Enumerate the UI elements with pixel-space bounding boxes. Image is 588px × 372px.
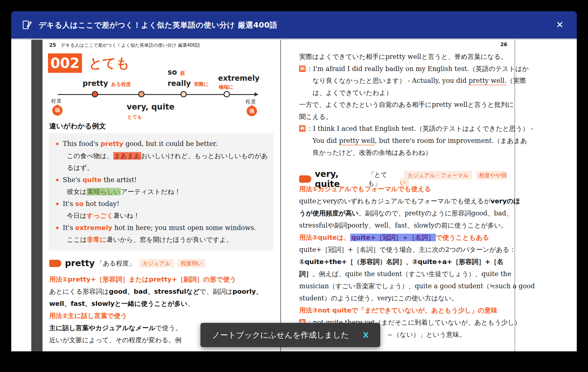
toast-message: ノートブックにふせんを作成しました (212, 330, 349, 340)
word-section-header-pretty: pretty 「ある程度」 カジュアル程度弱い (49, 258, 206, 268)
text-line: この食べ物は、まあまあおいしいけれど、もっとおいしいものがあ (54, 150, 268, 162)
text-line: 今日はすっごく暑いね！ (54, 210, 268, 222)
scale-point-extremely (224, 91, 230, 97)
page-stack-edge (31, 40, 43, 353)
section-word: pretty (65, 258, 95, 268)
section-marker-icon (49, 260, 61, 267)
text-line: なり良くなかったと思います） - Actually, you did prett… (299, 75, 513, 87)
text-line: quite+［冠詞］+［名詞］で使う場合、主に次の2つのパターンがある： (299, 244, 514, 256)
example-sentences-box: This food's pretty good, but it could be… (49, 133, 273, 250)
window-title: デキる人はここで差がつく！よく似た英単語の使い分け 厳選400語 (39, 20, 277, 30)
text-line: musician（すごい音楽家でしょう）、quite a good studen… (299, 280, 514, 292)
reader-window: デキる人はここで差がつく！よく似た英単語の使い分け 厳選400語 ✕ 25デキる… (11, 11, 577, 372)
weak-degree-icon: 弱 (52, 105, 63, 116)
text-line: は、よくできていたわよ） (299, 87, 513, 99)
attribute-tag: カジュアル (139, 259, 173, 268)
text-line: stressfulや副詞poorly、well、fast、slowlyの前に使う… (299, 219, 514, 232)
text-line: quiteとveryのいずれもカジュアルでもフォーマルでも使えるがveryのほ (299, 195, 514, 207)
text-line: 一方で、よくできたという自覚のある相手にpretty wellと言うと批判に (299, 99, 513, 111)
text-line: 用法②主に話し言葉で使う (49, 310, 277, 322)
example-icon: 例 (299, 66, 306, 72)
scale-point-very-quite (138, 91, 145, 97)
book-content-area: 25デキる人はここで差がつく！よく似た英単語の使い分け 厳選400語 002 と… (11, 39, 577, 372)
word-section-body-very-quite: 用法①カジュアルでもフォーマルでも使えるquiteとveryのいずれもカジュアル… (299, 183, 514, 341)
window-titlebar: デキる人はここで差がつく！よく似た英単語の使い分け 厳選400語 ✕ (11, 11, 577, 39)
text-line: You did pretty well, but there's room fo… (299, 135, 513, 147)
text-line: 実際はよくできていた相手にpretty wellと言うと、誉め言葉になる。 (299, 51, 513, 63)
scale-label-so-really: so超 really実際に (168, 67, 209, 90)
scale-point-so-really (180, 91, 187, 97)
text-line: It's so hot today! (54, 198, 268, 210)
bottom-frame (11, 351, 577, 372)
text-line: あとにくる形容詞はgood、bad、stressfulなどで、副詞はpoorly… (49, 286, 277, 298)
text-line: It's extremely hot in here; you must ope… (54, 222, 268, 234)
example-icon: 例 (299, 125, 306, 132)
scale-label-very-quite: very, quite とても (127, 102, 174, 122)
attribute-tag: カジュアル・フォーマル (404, 171, 472, 180)
examples-heading: 違いがわかる例文 (49, 121, 106, 131)
text-line: 聞こえる。 (299, 111, 513, 123)
strong-degree-icon: 強 (247, 106, 257, 116)
left-page: 25デキる人はここで差がつく！よく似た英単語の使い分け 厳選400語 002 と… (43, 40, 280, 353)
degree-scale-diagram: prettyある程度 so超 really実際に extremely 極端に v… (49, 66, 274, 121)
text-line: 用法③not quiteで「まだできていないが、あともう少し」の意味 (299, 304, 514, 316)
text-line: 用法①カジュアルでもフォーマルでも使える (299, 183, 514, 195)
attribute-tag: 程度弱い (178, 259, 206, 268)
toast-notification: ノートブックにふせんを作成しました X (200, 323, 380, 347)
text-line: 彼女は素晴らしいアーティストだね！ (54, 186, 268, 198)
text-line: るはず。 (54, 162, 268, 174)
pretty-well-paragraph: 実際はよくできていた相手にpretty wellと言うと、誉め言葉になる。例：I… (299, 51, 513, 159)
text-line: 用法②quiteは、quite+［冠詞］＋［名詞］で使うこともある (299, 232, 514, 244)
text-line: She's quite the artist! (54, 174, 268, 186)
text-line: 詞］。例えば、quite the student（すごい生徒でしょう）、quit… (299, 268, 514, 280)
text-line: This food's pretty good, but it could be… (54, 138, 268, 150)
section-marker-icon (299, 175, 311, 183)
scale-point-pretty (92, 91, 98, 97)
text-line: ①quite+the+［（形容詞）名詞］、②quite+a+［形容詞］+［名 (299, 256, 514, 268)
scale-label-pretty: prettyある程度 (83, 79, 131, 88)
running-header: 25デキる人はここで差がつく！よく似た英単語の使い分け 厳選400語 (49, 42, 200, 48)
close-icon[interactable]: ✕ (553, 18, 566, 32)
text-line: うが使用頻度が高い。副詞なので、prettyのように形容詞good、bad、 (299, 207, 514, 219)
scale-label-extremely: extremely 極端に (218, 74, 260, 91)
text-line: 例：I'm afraid I did really badly on my En… (299, 63, 513, 75)
right-page: 26 実際はよくできていた相手にpretty wellと言うと、誉め言葉になる。… (281, 40, 514, 353)
text-line: well、fast、slowlyと一緒に使うことが多い。 (49, 298, 277, 310)
text-line: student）のように使う。veryにこの使い方はない。 (299, 292, 514, 304)
text-line: ここは非常に暑いから、窓を開けたほうが良いですよ。 (54, 234, 268, 246)
section-gloss: 「ある程度」 (97, 259, 135, 268)
page-number: 25 (49, 42, 56, 48)
text-line: 例：I think I aced that English test.（英語のテ… (299, 123, 513, 135)
notebook-pen-icon (22, 19, 32, 30)
running-title: デキる人はここで差がつく！よく似た英単語の使い分け 厳選400語 (61, 42, 200, 48)
right-page-edge (514, 40, 515, 353)
toast-close-icon[interactable]: X (363, 331, 369, 340)
text-line: 用法①pretty+［形容詞］またはpretty+［副詞］の形で使う (49, 273, 277, 286)
page-number: 26 (501, 42, 507, 47)
text-line: 良かったけど、改善の余地はあるわね） (299, 147, 513, 159)
